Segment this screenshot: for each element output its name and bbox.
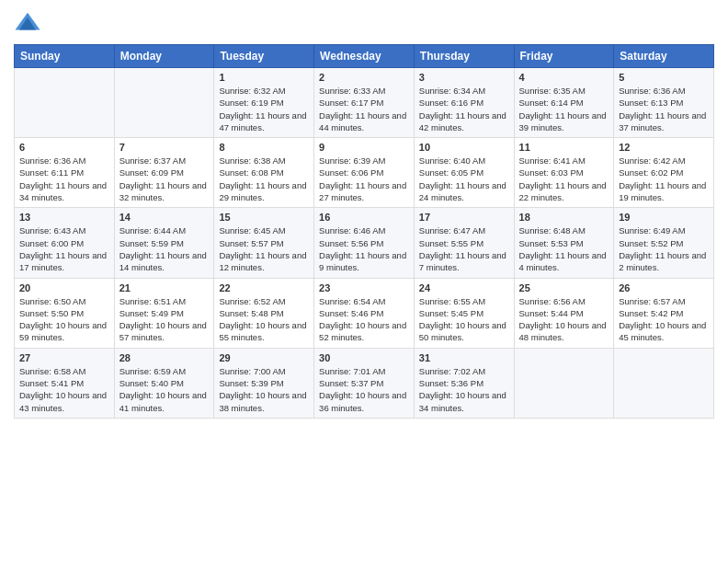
day-detail: Sunrise: 6:34 AMSunset: 6:16 PMDaylight:… bbox=[419, 85, 509, 133]
logo-icon bbox=[14, 9, 41, 37]
day-number: 18 bbox=[519, 212, 609, 223]
calendar-cell: 13Sunrise: 6:43 AMSunset: 6:00 PMDayligh… bbox=[15, 208, 115, 278]
calendar-cell: 30Sunrise: 7:01 AMSunset: 5:37 PMDayligh… bbox=[314, 348, 415, 418]
logo bbox=[14, 9, 43, 37]
day-detail: Sunrise: 7:02 AMSunset: 5:36 PMDaylight:… bbox=[419, 365, 509, 414]
header-saturday: Saturday bbox=[614, 45, 714, 68]
day-detail: Sunrise: 6:47 AMSunset: 5:55 PMDaylight:… bbox=[419, 224, 509, 273]
day-number: 11 bbox=[519, 142, 609, 153]
day-number: 5 bbox=[619, 72, 709, 83]
calendar-cell: 20Sunrise: 6:50 AMSunset: 5:50 PMDayligh… bbox=[15, 278, 115, 348]
week-row-1: 1Sunrise: 6:32 AMSunset: 6:19 PMDaylight… bbox=[15, 68, 714, 138]
day-detail: Sunrise: 6:45 AMSunset: 5:57 PMDaylight:… bbox=[219, 224, 309, 273]
calendar-cell: 28Sunrise: 6:59 AMSunset: 5:40 PMDayligh… bbox=[114, 348, 214, 418]
day-number: 31 bbox=[419, 352, 509, 363]
day-number: 7 bbox=[119, 142, 210, 153]
day-detail: Sunrise: 6:35 AMSunset: 6:14 PMDaylight:… bbox=[519, 85, 609, 133]
day-number: 6 bbox=[19, 142, 109, 153]
day-number: 25 bbox=[519, 282, 609, 293]
header-tuesday: Tuesday bbox=[214, 45, 314, 68]
day-detail: Sunrise: 6:38 AMSunset: 6:08 PMDaylight:… bbox=[219, 155, 309, 203]
calendar-cell bbox=[114, 68, 214, 138]
day-number: 29 bbox=[219, 352, 309, 363]
day-detail: Sunrise: 6:44 AMSunset: 5:59 PMDaylight:… bbox=[119, 224, 210, 273]
day-detail: Sunrise: 6:52 AMSunset: 5:48 PMDaylight:… bbox=[219, 295, 309, 344]
calendar-cell: 5Sunrise: 6:36 AMSunset: 6:13 PMDaylight… bbox=[614, 68, 714, 138]
header-wednesday: Wednesday bbox=[314, 45, 415, 68]
day-number: 28 bbox=[119, 352, 210, 363]
day-detail: Sunrise: 6:48 AMSunset: 5:53 PMDaylight:… bbox=[519, 224, 609, 273]
calendar-cell: 12Sunrise: 6:42 AMSunset: 6:02 PMDayligh… bbox=[614, 138, 714, 208]
calendar-cell: 2Sunrise: 6:33 AMSunset: 6:17 PMDaylight… bbox=[314, 68, 415, 138]
day-detail: Sunrise: 6:50 AMSunset: 5:50 PMDaylight:… bbox=[19, 295, 109, 344]
header-sunday: Sunday bbox=[15, 45, 115, 68]
calendar-cell: 31Sunrise: 7:02 AMSunset: 5:36 PMDayligh… bbox=[414, 348, 514, 418]
day-number: 9 bbox=[319, 142, 409, 153]
day-number: 1 bbox=[219, 72, 309, 83]
calendar-cell: 16Sunrise: 6:46 AMSunset: 5:56 PMDayligh… bbox=[314, 208, 415, 278]
day-number: 14 bbox=[119, 212, 210, 223]
calendar-cell bbox=[514, 348, 614, 418]
calendar-cell: 25Sunrise: 6:56 AMSunset: 5:44 PMDayligh… bbox=[514, 278, 614, 348]
day-detail: Sunrise: 6:36 AMSunset: 6:13 PMDaylight:… bbox=[619, 85, 709, 133]
calendar-cell: 21Sunrise: 6:51 AMSunset: 5:49 PMDayligh… bbox=[114, 278, 214, 348]
week-row-5: 27Sunrise: 6:58 AMSunset: 5:41 PMDayligh… bbox=[15, 348, 714, 418]
calendar-cell: 14Sunrise: 6:44 AMSunset: 5:59 PMDayligh… bbox=[114, 208, 214, 278]
day-number: 23 bbox=[319, 282, 409, 293]
calendar-table: SundayMondayTuesdayWednesdayThursdayFrid… bbox=[14, 44, 714, 419]
calendar-cell: 9Sunrise: 6:39 AMSunset: 6:06 PMDaylight… bbox=[314, 138, 415, 208]
day-number: 15 bbox=[219, 212, 309, 223]
day-number: 8 bbox=[219, 142, 309, 153]
day-detail: Sunrise: 6:33 AMSunset: 6:17 PMDaylight:… bbox=[319, 85, 409, 133]
day-detail: Sunrise: 6:46 AMSunset: 5:56 PMDaylight:… bbox=[319, 224, 409, 273]
day-detail: Sunrise: 6:55 AMSunset: 5:45 PMDaylight:… bbox=[419, 295, 509, 344]
day-number: 13 bbox=[19, 212, 109, 223]
calendar-cell: 22Sunrise: 6:52 AMSunset: 5:48 PMDayligh… bbox=[214, 278, 314, 348]
calendar-cell: 15Sunrise: 6:45 AMSunset: 5:57 PMDayligh… bbox=[214, 208, 314, 278]
calendar-cell: 26Sunrise: 6:57 AMSunset: 5:42 PMDayligh… bbox=[614, 278, 714, 348]
week-row-3: 13Sunrise: 6:43 AMSunset: 6:00 PMDayligh… bbox=[15, 208, 714, 278]
calendar-cell: 27Sunrise: 6:58 AMSunset: 5:41 PMDayligh… bbox=[15, 348, 115, 418]
calendar-cell: 19Sunrise: 6:49 AMSunset: 5:52 PMDayligh… bbox=[614, 208, 714, 278]
week-row-4: 20Sunrise: 6:50 AMSunset: 5:50 PMDayligh… bbox=[15, 278, 714, 348]
calendar-cell: 10Sunrise: 6:40 AMSunset: 6:05 PMDayligh… bbox=[414, 138, 514, 208]
day-detail: Sunrise: 6:37 AMSunset: 6:09 PMDaylight:… bbox=[119, 155, 210, 203]
day-number: 19 bbox=[619, 212, 709, 223]
day-number: 26 bbox=[619, 282, 709, 293]
header-monday: Monday bbox=[114, 45, 214, 68]
day-detail: Sunrise: 6:54 AMSunset: 5:46 PMDaylight:… bbox=[319, 295, 409, 344]
day-detail: Sunrise: 6:51 AMSunset: 5:49 PMDaylight:… bbox=[119, 295, 210, 344]
calendar-cell: 8Sunrise: 6:38 AMSunset: 6:08 PMDaylight… bbox=[214, 138, 314, 208]
day-detail: Sunrise: 6:36 AMSunset: 6:11 PMDaylight:… bbox=[19, 155, 109, 203]
page-container: SundayMondayTuesdayWednesdayThursdayFrid… bbox=[0, 0, 728, 428]
day-detail: Sunrise: 6:39 AMSunset: 6:06 PMDaylight:… bbox=[319, 155, 409, 203]
day-detail: Sunrise: 6:58 AMSunset: 5:41 PMDaylight:… bbox=[19, 365, 109, 414]
calendar-cell bbox=[15, 68, 115, 138]
calendar-cell: 3Sunrise: 6:34 AMSunset: 6:16 PMDaylight… bbox=[414, 68, 514, 138]
calendar-cell: 4Sunrise: 6:35 AMSunset: 6:14 PMDaylight… bbox=[514, 68, 614, 138]
day-number: 17 bbox=[419, 212, 509, 223]
day-detail: Sunrise: 6:43 AMSunset: 6:00 PMDaylight:… bbox=[19, 224, 109, 273]
calendar-cell: 6Sunrise: 6:36 AMSunset: 6:11 PMDaylight… bbox=[15, 138, 115, 208]
day-number: 27 bbox=[19, 352, 109, 363]
calendar-cell: 11Sunrise: 6:41 AMSunset: 6:03 PMDayligh… bbox=[514, 138, 614, 208]
week-row-2: 6Sunrise: 6:36 AMSunset: 6:11 PMDaylight… bbox=[15, 138, 714, 208]
day-number: 22 bbox=[219, 282, 309, 293]
day-detail: Sunrise: 6:32 AMSunset: 6:19 PMDaylight:… bbox=[219, 85, 309, 133]
header-thursday: Thursday bbox=[414, 45, 514, 68]
day-detail: Sunrise: 6:40 AMSunset: 6:05 PMDaylight:… bbox=[419, 155, 509, 203]
day-detail: Sunrise: 7:00 AMSunset: 5:39 PMDaylight:… bbox=[219, 365, 309, 414]
calendar-cell: 17Sunrise: 6:47 AMSunset: 5:55 PMDayligh… bbox=[414, 208, 514, 278]
day-number: 16 bbox=[319, 212, 409, 223]
day-detail: Sunrise: 6:42 AMSunset: 6:02 PMDaylight:… bbox=[619, 155, 709, 203]
day-number: 10 bbox=[419, 142, 509, 153]
day-number: 2 bbox=[319, 72, 409, 83]
day-detail: Sunrise: 7:01 AMSunset: 5:37 PMDaylight:… bbox=[319, 365, 409, 414]
day-detail: Sunrise: 6:56 AMSunset: 5:44 PMDaylight:… bbox=[519, 295, 609, 344]
day-number: 21 bbox=[119, 282, 210, 293]
calendar-header-row: SundayMondayTuesdayWednesdayThursdayFrid… bbox=[15, 45, 714, 68]
header-friday: Friday bbox=[514, 45, 614, 68]
calendar-cell: 24Sunrise: 6:55 AMSunset: 5:45 PMDayligh… bbox=[414, 278, 514, 348]
header bbox=[14, 9, 714, 37]
calendar-cell: 7Sunrise: 6:37 AMSunset: 6:09 PMDaylight… bbox=[114, 138, 214, 208]
